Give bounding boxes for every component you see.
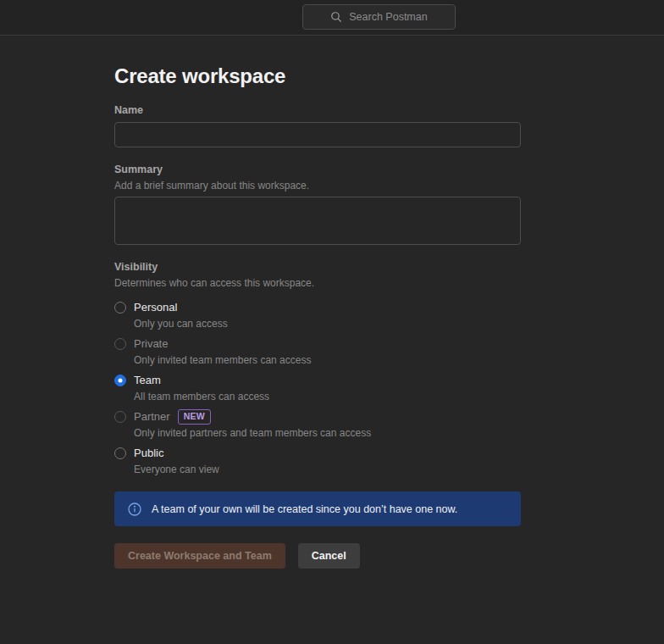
info-banner: A team of your own will be created since…: [114, 491, 521, 526]
radio-partner: [114, 411, 126, 423]
option-desc-team: All team members can access: [134, 391, 521, 403]
visibility-option-personal[interactable]: Personal Only you can access: [114, 300, 521, 330]
search-input[interactable]: Search Postman: [302, 4, 456, 30]
banner-text: A team of your own will be created since…: [152, 503, 457, 515]
name-label: Name: [114, 103, 521, 117]
option-desc-personal: Only you can access: [134, 318, 521, 330]
summary-label: Summary: [114, 163, 521, 176]
option-label-team: Team: [134, 373, 161, 388]
search-placeholder: Search Postman: [349, 11, 427, 23]
page-title: Create workspace: [114, 64, 521, 88]
option-label-partner: Partner: [134, 409, 170, 425]
info-icon: [128, 502, 141, 516]
option-desc-partner: Only invited partners and team members c…: [134, 427, 521, 440]
option-desc-public: Everyone can view: [134, 464, 521, 476]
summary-textarea[interactable]: [114, 197, 521, 245]
search-icon: [330, 11, 342, 23]
summary-help: Add a brief summary about this workspace…: [114, 179, 521, 192]
visibility-options: Personal Only you can access Private Onl…: [114, 300, 521, 476]
create-workspace-form: Create workspace Name Summary Add a brie…: [114, 64, 521, 569]
visibility-option-private: Private Only invited team members can ac…: [114, 336, 521, 367]
option-label-private: Private: [134, 336, 168, 352]
visibility-option-team[interactable]: Team All team members can access: [114, 373, 521, 403]
radio-team-selected[interactable]: [114, 375, 126, 386]
radio-public[interactable]: [114, 447, 126, 459]
visibility-label: Visibility: [114, 260, 521, 274]
new-badge: NEW: [178, 409, 211, 425]
radio-personal[interactable]: [114, 302, 126, 314]
option-label-personal: Personal: [134, 300, 177, 315]
name-input[interactable]: [114, 122, 521, 147]
create-workspace-and-team-button[interactable]: Create Workspace and Team: [114, 543, 285, 569]
radio-private: [114, 338, 126, 350]
option-desc-private: Only invited team members can access: [134, 354, 521, 367]
visibility-option-partner: Partner NEW Only invited partners and te…: [114, 409, 521, 440]
visibility-option-public[interactable]: Public Everyone can view: [114, 446, 521, 476]
form-actions: Create Workspace and Team Cancel: [114, 543, 521, 569]
top-bar: Search Postman: [0, 0, 664, 36]
cancel-button[interactable]: Cancel: [298, 543, 360, 569]
visibility-help: Determines who can access this workspace…: [114, 276, 521, 290]
option-label-public: Public: [134, 446, 163, 461]
